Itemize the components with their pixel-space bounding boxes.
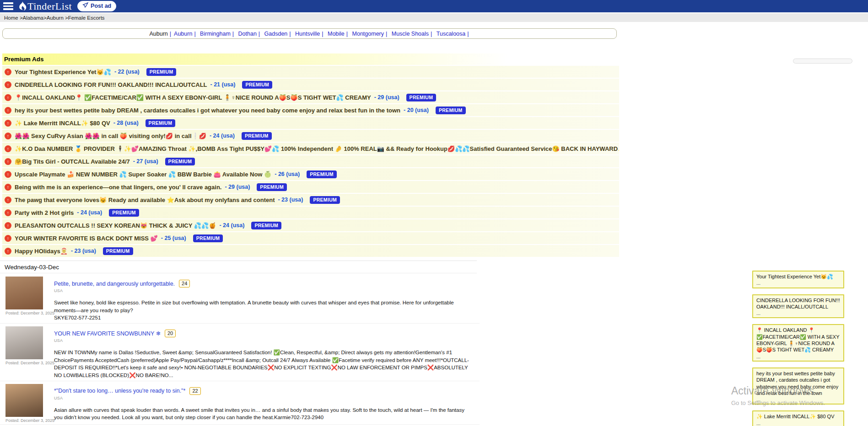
listing-posted-date: Posted: December 3, 2025 (5, 361, 43, 365)
city-links: Auburn| Birmingham| Dothan| Gadsden| Hun… (172, 31, 469, 37)
sidebar-ad-card[interactable]: hey its your best wettes petite baby DRE… (752, 367, 844, 405)
premium-badge[interactable]: PREMIUM (406, 94, 437, 101)
listing-location: USA (54, 288, 480, 293)
listing-title-link[interactable]: *"Don't stare too long… unless you're re… (54, 388, 185, 394)
premium-ad-row[interactable]: ↑ Being with me is an experience—one tha… (2, 181, 619, 193)
listing-age-badge: 24 (179, 280, 190, 288)
premium-badge[interactable]: PREMIUM (242, 132, 272, 140)
premium-ad-title[interactable]: Upscale Playmate 🍰 NEW NUMBER 💦 Super So… (15, 171, 271, 178)
premium-ad-title[interactable]: 🌺🌺 Sexy CuRvy Asian 🌺🌺 in call 🍑 visitin… (15, 133, 206, 139)
sidebar-ad-card[interactable]: CINDERELLA LOOKING FOR FUN!!! OAKLAND!!!… (752, 294, 844, 319)
brand-name: TinderList (27, 0, 72, 12)
sidebar-ad-card[interactable]: 📍 INCALL OAKLAND 📍 ✅FACETIME/CAR✅ WITH A… (752, 324, 844, 361)
listing-description: Asian allure with curves that speak loud… (54, 406, 469, 421)
premium-ad-title[interactable]: 📍INCALL OAKLAND📍 ✅FACETIME/CAR✅ WITH A S… (15, 94, 371, 101)
premium-ad-row[interactable]: ↑ CINDERELLA LOOKING FOR FUN!!! OAKLAND!… (2, 79, 619, 91)
breadcrumb-link[interactable]: Alabama (23, 15, 43, 21)
listing-title-link[interactable]: Petite, brunette, and dangerously unforg… (54, 281, 175, 287)
city-separator: | (346, 31, 348, 37)
city-link[interactable]: Birmingham (200, 31, 231, 37)
premium-badge[interactable]: PREMIUM (307, 170, 337, 178)
premium-ad-title[interactable]: YOUR WINTER FAVORITE IS BACK DONT MISS 💕 (15, 235, 158, 242)
up-arrow-burst-icon: ↑ (5, 94, 11, 101)
listing-row: Posted: December 3, 2025 *"Don't stare t… (0, 381, 480, 425)
premium-ad-title[interactable]: ✨ Lake Merritt INCALL✨ $80 QV (15, 120, 110, 127)
breadcrumb: Home > Alabama > Auburn > Female Escorts (0, 13, 868, 22)
premium-badge[interactable]: PREMIUM (242, 81, 272, 89)
premium-badge[interactable]: PREMIUM (436, 106, 466, 114)
premium-ad-row[interactable]: ↑ Upscale Playmate 🍰 NEW NUMBER 💦 Super … (2, 168, 619, 180)
premium-ad-row[interactable]: ↑ PLEASANTON OUTCALLS !! SEXY KOREAN😻 TH… (2, 219, 619, 231)
premium-ad-title[interactable]: The pawg that everyone loves😼 Ready and … (15, 197, 275, 203)
listing-thumbnail[interactable] (5, 277, 43, 309)
premium-badge[interactable]: PREMIUM (146, 119, 176, 127)
sidebar-ad-card[interactable]: ✨ Lake Merritt INCALL✨ $80 QV ... (752, 410, 844, 426)
premium-badge[interactable]: PREMIUM (109, 209, 139, 217)
listing-title-link[interactable]: YOUR NEW FAVORITE SNOWBUNNY ❄ (54, 330, 161, 337)
city-link[interactable]: Huntsville (295, 31, 320, 37)
premium-ad-title[interactable]: Happy HOlidays🤶 (15, 248, 68, 255)
breadcrumb-separator: > (64, 15, 68, 21)
up-arrow-burst-icon: ↑ (5, 209, 11, 216)
sidebar-ad-title: ✨ Lake Merritt INCALL✨ $80 QV (756, 413, 840, 420)
premium-badge[interactable]: PREMIUM (193, 234, 223, 242)
premium-ad-row[interactable]: ↑ Party with 2 Hot girls - 24 (usa) PREM… (2, 207, 619, 218)
up-arrow-burst-icon: ↑ (5, 120, 11, 127)
listing-thumbnail[interactable] (5, 384, 43, 417)
brand-logo[interactable]: TinderList (19, 0, 72, 12)
premium-ad-title[interactable]: ✨K.O Daa NUMBER 🥇 PROVIDER 🕴✨💕AMAZING Th… (15, 145, 619, 152)
premium-ad-age: - 23 (usa) (278, 197, 303, 203)
city-link[interactable]: Muscle Shoals (392, 31, 429, 37)
city-link[interactable]: Auburn (174, 31, 192, 37)
premium-ad-age: - 27 (usa) (133, 158, 158, 165)
sidebar-ad-card[interactable]: Your Tightest Experience Yet😼💦 ... (752, 271, 844, 288)
premium-ad-title[interactable]: 🤗Big Tits Girl - OUTCALL Available 24/7 (15, 158, 130, 165)
up-arrow-burst-icon: ↑ (5, 222, 11, 229)
premium-ad-row[interactable]: ↑ Happy HOlidays🤶 - 23 (usa) PREMIUM (2, 245, 619, 257)
city-link[interactable]: Gadsden (264, 31, 288, 37)
listing-description: Sweet like honey, bold like espresso. Pe… (54, 299, 469, 322)
premium-ad-title[interactable]: CINDERELLA LOOKING FOR FUN!!! OAKLAND!!!… (15, 81, 207, 88)
premium-ad-title[interactable]: Party with 2 Hot girls (15, 209, 74, 216)
premium-badge[interactable]: PREMIUM (310, 196, 340, 204)
premium-badge[interactable]: PREMIUM (251, 222, 281, 229)
premium-ad-row[interactable]: ↑ 🤗Big Tits Girl - OUTCALL Available 24/… (2, 155, 619, 167)
menu-icon[interactable] (3, 2, 13, 10)
premium-ad-row[interactable]: ↑ hey its your best wettes petite baby D… (2, 104, 619, 116)
premium-ad-title[interactable]: PLEASANTON OUTCALLS !! SEXY KOREAN😻 THIC… (15, 222, 216, 229)
up-arrow-burst-icon: ↑ (5, 81, 11, 88)
premium-badge[interactable]: PREMIUM (146, 68, 177, 76)
scroll-pill (793, 59, 852, 64)
premium-ad-title[interactable]: Being with me is an experience—one that … (15, 184, 221, 191)
premium-ad-row[interactable]: ↑ 🌺🌺 Sexy CuRvy Asian 🌺🌺 in call 🍑 visit… (2, 130, 619, 142)
city-link[interactable]: Dothan (238, 31, 257, 37)
premium-ad-row[interactable]: ↑ 📍INCALL OAKLAND📍 ✅FACETIME/CAR✅ WITH A… (2, 91, 619, 103)
city-link[interactable]: Montgomery (352, 31, 384, 37)
premium-ad-row[interactable]: ↑ ✨ Lake Merritt INCALL✨ $80 QV - 28 (us… (2, 117, 619, 129)
up-arrow-burst-icon: ↑ (5, 158, 11, 165)
premium-ad-row[interactable]: ↑ The pawg that everyone loves😼 Ready an… (2, 194, 619, 206)
premium-ad-title[interactable]: Your Tightest Experience Yet😼💦 (15, 69, 111, 75)
premium-badge[interactable]: PREMIUM (257, 183, 287, 191)
premium-badge[interactable]: PREMIUM (165, 158, 195, 165)
breadcrumb-link[interactable]: Auburn (47, 15, 64, 21)
breadcrumb-link[interactable]: Female Escorts (68, 15, 105, 21)
city-separator: | (386, 31, 387, 37)
sidebar-ad-title: CINDERELLA LOOKING FOR FUN!!! OAKLAND!!!… (756, 297, 840, 310)
top-navbar: TinderList Post ad (0, 0, 868, 12)
premium-ad-row[interactable]: ↑ ✨K.O Daa NUMBER 🥇 PROVIDER 🕴✨💕AMAZING … (2, 143, 619, 154)
post-ad-button[interactable]: Post ad (77, 1, 116, 11)
premium-ad-row[interactable]: ↑ YOUR WINTER FAVORITE IS BACK DONT MISS… (2, 232, 619, 244)
premium-ad-age: - 29 (usa) (374, 94, 399, 101)
city-link[interactable]: Tuscaloosa (437, 31, 465, 37)
premium-ad-age: - 23 (usa) (71, 248, 96, 254)
premium-ad-title[interactable]: hey its your best wettes petite baby DRE… (15, 107, 400, 114)
premium-badge[interactable]: PREMIUM (103, 247, 133, 255)
listing-row: Posted: December 3, 2025 YOUR NEW FAVORI… (0, 324, 480, 381)
city-link[interactable]: Mobile (328, 31, 345, 37)
premium-ad-row[interactable]: ↑ Your Tightest Experience Yet😼💦 - 22 (u… (2, 66, 619, 78)
sidebar-ad-title: hey its your best wettes petite baby DRE… (756, 370, 840, 396)
city-separator: | (467, 31, 469, 37)
listing-thumbnail[interactable] (5, 326, 43, 359)
breadcrumb-link[interactable]: Home (4, 15, 18, 21)
